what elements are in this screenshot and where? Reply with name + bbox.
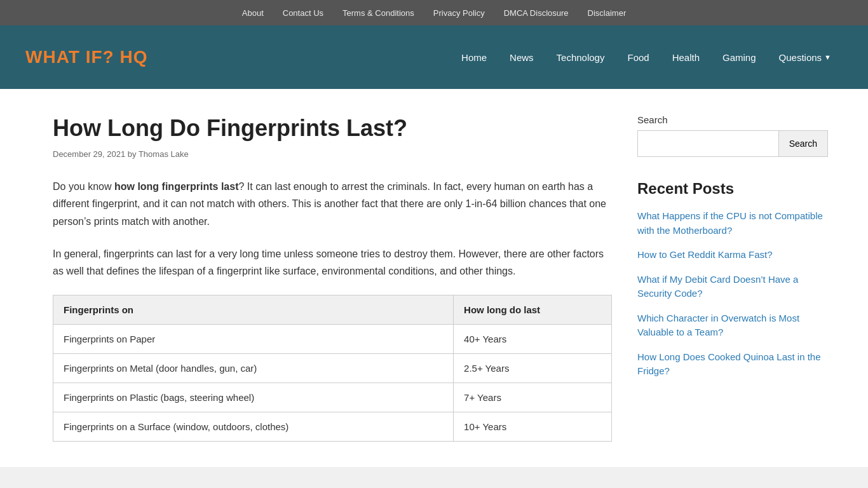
nav-home[interactable]: Home xyxy=(450,25,498,89)
table-body: Fingerprints on Paper40+ YearsFingerprin… xyxy=(53,325,612,442)
paragraph-1-start: Do you know xyxy=(53,181,114,192)
topbar-terms[interactable]: Terms & Conditions xyxy=(342,8,414,18)
article-title: How Long Do Fingerprints Last? xyxy=(53,114,612,142)
nav-news[interactable]: News xyxy=(498,25,545,89)
nav-health[interactable]: Health xyxy=(661,25,711,89)
table-cell-duration: 7+ Years xyxy=(454,383,612,412)
recent-post-link-1[interactable]: How to Get Reddit Karma Fast? xyxy=(637,248,828,262)
sidebar: Search Search Recent Posts What Happens … xyxy=(637,114,828,442)
topbar-privacy[interactable]: Privacy Policy xyxy=(433,8,485,18)
article-by: by xyxy=(128,149,139,159)
table-cell-surface: Fingerprints on Paper xyxy=(53,325,454,354)
search-button[interactable]: Search xyxy=(779,130,828,157)
main-nav: Home News Technology Food Health Gaming … xyxy=(450,25,843,89)
topbar-disclaimer[interactable]: Disclaimer xyxy=(588,8,627,18)
topbar-about[interactable]: About xyxy=(242,8,264,18)
article-date: December 29, 2021 xyxy=(53,149,125,159)
nav-questions-label: Questions xyxy=(779,52,822,63)
table-cell-duration: 40+ Years xyxy=(454,325,612,354)
table-header-col2: How long do last xyxy=(454,295,612,325)
article-paragraph-2: In general, fingerprints can last for a … xyxy=(53,245,612,280)
recent-posts-section: Recent Posts What Happens if the CPU is … xyxy=(637,180,828,379)
nav-technology[interactable]: Technology xyxy=(545,25,616,89)
recent-post-link-2[interactable]: What if My Debit Card Doesn’t Have a Sec… xyxy=(637,273,828,301)
topbar-contact[interactable]: Contact Us xyxy=(283,8,323,18)
recent-post-link-0[interactable]: What Happens if the CPU is not Compatibl… xyxy=(637,209,828,238)
recent-posts-links: What Happens if the CPU is not Compatibl… xyxy=(637,209,828,379)
site-header: WHAT IF? HQ Home News Technology Food He… xyxy=(0,25,868,89)
table-cell-surface: Fingerprints on Metal (door handles, gun… xyxy=(53,354,454,383)
table-header-col1: Fingerprints on xyxy=(53,295,454,325)
main-content: How Long Do Fingerprints Last? December … xyxy=(53,114,612,442)
site-logo: WHAT IF? HQ xyxy=(25,47,147,67)
search-section: Search Search xyxy=(637,114,828,157)
nav-gaming[interactable]: Gaming xyxy=(711,25,768,89)
nav-questions-dropdown[interactable]: Questions ▼ xyxy=(768,25,843,89)
nav-food[interactable]: Food xyxy=(616,25,660,89)
fingerprint-table: Fingerprints on How long do last Fingerp… xyxy=(53,295,612,442)
table-cell-surface: Fingerprints on a Surface (window, outdo… xyxy=(53,412,454,442)
search-input[interactable] xyxy=(637,130,779,157)
recent-post-link-4[interactable]: How Long Does Cooked Quinoa Last in the … xyxy=(637,350,828,379)
article-paragraph-1: Do you know how long fingerprints last? … xyxy=(53,178,612,230)
table-row: Fingerprints on Plastic (bags, steering … xyxy=(53,383,612,412)
search-label: Search xyxy=(637,114,828,125)
search-row: Search xyxy=(637,130,828,157)
table-cell-duration: 2.5+ Years xyxy=(454,354,612,383)
topbar-dmca[interactable]: DMCA Disclosure xyxy=(504,8,569,18)
table-cell-surface: Fingerprints on Plastic (bags, steering … xyxy=(53,383,454,412)
page-wrapper: About Contact Us Terms & Conditions Priv… xyxy=(0,0,868,467)
recent-posts-title: Recent Posts xyxy=(637,180,828,198)
top-bar: About Contact Us Terms & Conditions Priv… xyxy=(0,0,868,25)
table-row: Fingerprints on Paper40+ Years xyxy=(53,325,612,354)
chevron-down-icon: ▼ xyxy=(824,53,831,61)
recent-post-link-3[interactable]: Which Character in Overwatch is Most Val… xyxy=(637,311,828,340)
content-wrapper: How Long Do Fingerprints Last? December … xyxy=(15,89,853,467)
paragraph-1-bold: how long fingerprints last xyxy=(114,181,239,192)
table-row: Fingerprints on a Surface (window, outdo… xyxy=(53,412,612,442)
article-meta: December 29, 2021 by Thomas Lake xyxy=(53,149,612,159)
table-row: Fingerprints on Metal (door handles, gun… xyxy=(53,354,612,383)
table-header-row: Fingerprints on How long do last xyxy=(53,295,612,325)
article-author: Thomas Lake xyxy=(139,149,189,159)
table-cell-duration: 10+ Years xyxy=(454,412,612,442)
